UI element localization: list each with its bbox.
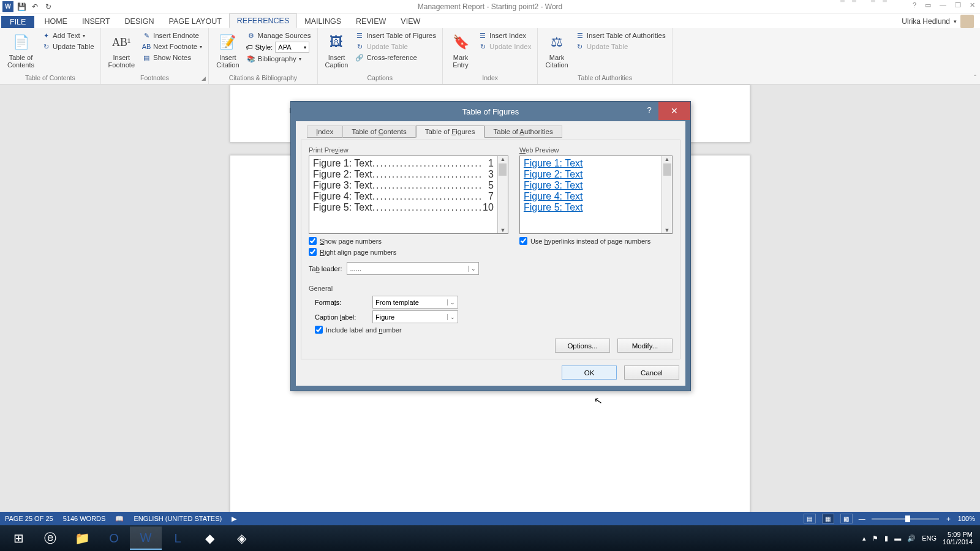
tray-up-icon[interactable]: ▴ bbox=[862, 534, 866, 542]
dialog-close-icon[interactable]: ✕ bbox=[658, 102, 690, 120]
tab-review[interactable]: REVIEW bbox=[349, 15, 393, 28]
show-page-numbers-checkbox[interactable]: Show page numbers bbox=[309, 237, 508, 245]
collapse-ribbon-icon[interactable]: ˆ bbox=[974, 74, 976, 81]
save-icon[interactable]: 💾 bbox=[16, 1, 27, 12]
footnotes-dialog-launcher[interactable]: ◢ bbox=[202, 75, 206, 81]
insert-citation-button[interactable]: 📝 Insert Citation bbox=[214, 31, 241, 70]
tray-network-icon[interactable]: ▬ bbox=[894, 534, 901, 542]
zoom-level[interactable]: 100% bbox=[958, 515, 975, 522]
taskbar-ie-icon[interactable]: ⓔ bbox=[34, 527, 66, 550]
status-words[interactable]: 5146 WORDS bbox=[63, 515, 106, 522]
right-align-checkbox[interactable]: Right align page numbers bbox=[309, 248, 508, 256]
style-select[interactable]: APA▾ bbox=[275, 42, 309, 53]
tab-leader-select[interactable]: ......⌄ bbox=[347, 262, 479, 275]
show-notes-button[interactable]: ▤Show Notes bbox=[141, 53, 203, 62]
dlgtab-toa[interactable]: Table of Authorities bbox=[484, 126, 562, 138]
insert-footnote-button[interactable]: AB¹ Insert Footnote bbox=[106, 31, 137, 70]
cross-reference-button[interactable]: 🔗Cross-reference bbox=[354, 53, 437, 62]
tab-mailings[interactable]: MAILINGS bbox=[297, 15, 349, 28]
toc-button[interactable]: 📄 Table of Contents bbox=[5, 31, 37, 70]
window-title: Management Report - Starting point2 - Wo… bbox=[418, 2, 563, 11]
caption-label-select[interactable]: Figure⌄ bbox=[372, 310, 458, 323]
refresh-icon: ↻ bbox=[355, 42, 364, 51]
insert-caption-button[interactable]: 🖼 Insert Caption bbox=[323, 31, 351, 70]
word-icon: W bbox=[2, 1, 13, 12]
options-button[interactable]: Options... bbox=[555, 339, 610, 353]
insert-index-button[interactable]: ☰Insert Index bbox=[477, 31, 532, 40]
xref-icon: 🔗 bbox=[355, 53, 364, 62]
tray-lang[interactable]: ENG bbox=[922, 534, 937, 542]
undo-icon[interactable]: ↶ bbox=[29, 1, 40, 12]
status-proof-icon[interactable]: 📖 bbox=[115, 515, 124, 523]
zoom-slider[interactable] bbox=[872, 518, 939, 520]
zoom-out-icon[interactable]: ― bbox=[859, 515, 865, 522]
tray-sound-icon[interactable]: 🔊 bbox=[907, 534, 916, 542]
update-tof-button[interactable]: ↻Update Table bbox=[354, 42, 437, 51]
modify-button[interactable]: Modify... bbox=[617, 339, 673, 353]
tab-view[interactable]: VIEW bbox=[393, 15, 428, 28]
group-toa: ⚖ Mark Citation ☰Insert Table of Authori… bbox=[538, 28, 672, 84]
start-button[interactable]: ⊞ bbox=[2, 527, 34, 550]
status-macro-icon[interactable]: ▶ bbox=[232, 515, 236, 523]
zoom-in-icon[interactable]: ＋ bbox=[945, 514, 952, 523]
update-index-button[interactable]: ↻Update Index bbox=[477, 42, 532, 51]
minimize-icon[interactable]: ― bbox=[937, 1, 949, 9]
account-area[interactable]: Ulrika Hedlund▾ bbox=[902, 15, 980, 28]
add-text-button[interactable]: ✦Add Text ▾ bbox=[40, 31, 96, 40]
update-toa-button[interactable]: ↻Update Table bbox=[575, 42, 667, 51]
tab-design[interactable]: DESIGN bbox=[118, 15, 162, 28]
scrollbar[interactable]: ▲▼ bbox=[662, 156, 672, 233]
tab-file[interactable]: FILE bbox=[1, 16, 34, 28]
restore-icon[interactable]: ❐ bbox=[952, 1, 963, 9]
tray-flag-icon[interactable]: ⚑ bbox=[872, 534, 878, 542]
mark-citation-icon: ⚖ bbox=[546, 32, 567, 53]
taskbar-app1-icon[interactable]: ◆ bbox=[194, 527, 225, 550]
help-icon[interactable]: ? bbox=[910, 1, 919, 9]
mark-entry-button[interactable]: 🔖 Mark Entry bbox=[448, 31, 473, 70]
cancel-button[interactable]: Cancel bbox=[624, 365, 679, 380]
taskbar-outlook-icon[interactable]: O bbox=[98, 527, 130, 550]
view-read-icon[interactable]: ▤ bbox=[804, 514, 816, 523]
tray-battery-icon[interactable]: ▮ bbox=[884, 534, 888, 542]
bibliography-button[interactable]: 📚Bibliography ▾ bbox=[246, 54, 312, 64]
tab-home[interactable]: HOME bbox=[37, 15, 75, 28]
status-bar: PAGE 25 OF 25 5146 WORDS 📖 ENGLISH (UNIT… bbox=[0, 512, 980, 525]
ribbon-options-icon[interactable]: ▭ bbox=[922, 1, 933, 9]
dialog-help-icon[interactable]: ? bbox=[643, 105, 656, 114]
taskbar-app2-icon[interactable]: ◈ bbox=[225, 527, 257, 550]
footnote-icon: AB¹ bbox=[111, 32, 132, 53]
style-label: Style: bbox=[255, 43, 273, 51]
manage-sources-button[interactable]: ⚙Manage Sources bbox=[246, 31, 312, 40]
view-web-icon[interactable]: ▩ bbox=[840, 514, 853, 523]
plus-icon: ✦ bbox=[42, 31, 50, 40]
tab-page-layout[interactable]: PAGE LAYOUT bbox=[161, 15, 228, 28]
insert-toa-button[interactable]: ☰Insert Table of Authorities bbox=[575, 31, 667, 40]
view-print-icon[interactable]: ▦ bbox=[822, 514, 834, 523]
insert-endnote-button[interactable]: ✎Insert Endnote bbox=[141, 31, 203, 40]
formats-select[interactable]: From template⌄ bbox=[372, 296, 458, 309]
status-language[interactable]: ENGLISH (UNITED STATES) bbox=[134, 515, 222, 522]
use-hyperlinks-checkbox[interactable]: Use hyperlinks instead of page numbers bbox=[519, 237, 673, 245]
taskbar-lync-icon[interactable]: L bbox=[162, 527, 194, 550]
system-tray[interactable]: ▴ ⚑ ▮ ▬ 🔊 ENG 5:09 PM 10/1/2014 bbox=[862, 531, 978, 545]
tab-insert[interactable]: INSERT bbox=[75, 15, 118, 28]
close-icon[interactable]: ✕ bbox=[967, 1, 978, 9]
include-label-checkbox[interactable]: Include label and number bbox=[315, 326, 673, 334]
taskbar-explorer-icon[interactable]: 📁 bbox=[66, 527, 98, 550]
dlgtab-toc[interactable]: Table of Contents bbox=[342, 126, 416, 138]
redo-icon[interactable]: ↻ bbox=[43, 1, 54, 12]
dlgtab-tof[interactable]: Table of Figures bbox=[416, 126, 484, 138]
insert-tof-button[interactable]: ☰Insert Table of Figures bbox=[354, 31, 437, 40]
scrollbar[interactable]: ▲▼ bbox=[497, 156, 508, 233]
tab-references[interactable]: REFERENCES bbox=[229, 13, 297, 28]
taskbar-word-icon[interactable]: W bbox=[130, 527, 162, 550]
dlgtab-index[interactable]: Index bbox=[307, 126, 342, 138]
next-footnote-button[interactable]: ABNext Footnote ▾ bbox=[141, 42, 203, 51]
dialog-titlebar[interactable]: Table of Figures ? ✕ bbox=[291, 102, 690, 121]
group-label-toc: Table of Contents bbox=[5, 74, 96, 83]
refresh-icon: ↻ bbox=[478, 42, 487, 51]
status-page[interactable]: PAGE 25 OF 25 bbox=[5, 515, 53, 522]
ok-button[interactable]: OK bbox=[562, 365, 617, 380]
mark-citation-button[interactable]: ⚖ Mark Citation bbox=[543, 31, 570, 70]
update-toc-button[interactable]: ↻Update Table bbox=[40, 42, 96, 51]
